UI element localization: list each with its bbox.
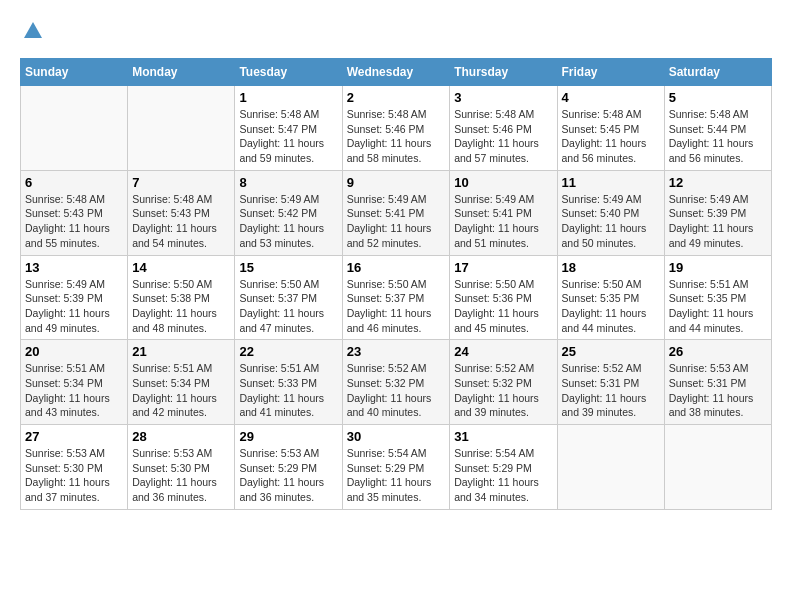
calendar-cell: 28Sunrise: 5:53 AMSunset: 5:30 PMDayligh… — [128, 425, 235, 510]
day-number: 13 — [25, 260, 123, 275]
day-number: 24 — [454, 344, 552, 359]
day-detail: Sunrise: 5:53 AMSunset: 5:29 PMDaylight:… — [239, 446, 337, 505]
day-number: 23 — [347, 344, 446, 359]
weekday-header-saturday: Saturday — [664, 59, 771, 86]
weekday-header-monday: Monday — [128, 59, 235, 86]
day-number: 17 — [454, 260, 552, 275]
day-detail: Sunrise: 5:53 AMSunset: 5:30 PMDaylight:… — [132, 446, 230, 505]
calendar-cell: 14Sunrise: 5:50 AMSunset: 5:38 PMDayligh… — [128, 255, 235, 340]
day-number: 10 — [454, 175, 552, 190]
day-number: 27 — [25, 429, 123, 444]
calendar-week-4: 20Sunrise: 5:51 AMSunset: 5:34 PMDayligh… — [21, 340, 772, 425]
calendar-cell: 2Sunrise: 5:48 AMSunset: 5:46 PMDaylight… — [342, 86, 450, 171]
day-detail: Sunrise: 5:50 AMSunset: 5:37 PMDaylight:… — [239, 277, 337, 336]
day-number: 1 — [239, 90, 337, 105]
day-detail: Sunrise: 5:48 AMSunset: 5:45 PMDaylight:… — [562, 107, 660, 166]
calendar-cell: 23Sunrise: 5:52 AMSunset: 5:32 PMDayligh… — [342, 340, 450, 425]
day-number: 7 — [132, 175, 230, 190]
day-detail: Sunrise: 5:50 AMSunset: 5:35 PMDaylight:… — [562, 277, 660, 336]
day-number: 26 — [669, 344, 767, 359]
weekday-header-wednesday: Wednesday — [342, 59, 450, 86]
calendar-cell: 10Sunrise: 5:49 AMSunset: 5:41 PMDayligh… — [450, 170, 557, 255]
day-detail: Sunrise: 5:49 AMSunset: 5:39 PMDaylight:… — [25, 277, 123, 336]
calendar-cell: 25Sunrise: 5:52 AMSunset: 5:31 PMDayligh… — [557, 340, 664, 425]
day-detail: Sunrise: 5:50 AMSunset: 5:38 PMDaylight:… — [132, 277, 230, 336]
weekday-header-friday: Friday — [557, 59, 664, 86]
day-detail: Sunrise: 5:52 AMSunset: 5:32 PMDaylight:… — [454, 361, 552, 420]
calendar-cell — [664, 425, 771, 510]
weekday-header-tuesday: Tuesday — [235, 59, 342, 86]
calendar-cell: 13Sunrise: 5:49 AMSunset: 5:39 PMDayligh… — [21, 255, 128, 340]
day-detail: Sunrise: 5:52 AMSunset: 5:31 PMDaylight:… — [562, 361, 660, 420]
day-number: 31 — [454, 429, 552, 444]
day-detail: Sunrise: 5:51 AMSunset: 5:33 PMDaylight:… — [239, 361, 337, 420]
day-number: 5 — [669, 90, 767, 105]
day-detail: Sunrise: 5:48 AMSunset: 5:44 PMDaylight:… — [669, 107, 767, 166]
calendar-cell — [557, 425, 664, 510]
day-number: 15 — [239, 260, 337, 275]
logo-icon — [22, 20, 44, 42]
calendar-cell: 17Sunrise: 5:50 AMSunset: 5:36 PMDayligh… — [450, 255, 557, 340]
calendar-cell: 9Sunrise: 5:49 AMSunset: 5:41 PMDaylight… — [342, 170, 450, 255]
calendar-cell: 1Sunrise: 5:48 AMSunset: 5:47 PMDaylight… — [235, 86, 342, 171]
calendar-cell: 22Sunrise: 5:51 AMSunset: 5:33 PMDayligh… — [235, 340, 342, 425]
weekday-header-row: SundayMondayTuesdayWednesdayThursdayFrid… — [21, 59, 772, 86]
day-number: 9 — [347, 175, 446, 190]
day-detail: Sunrise: 5:53 AMSunset: 5:31 PMDaylight:… — [669, 361, 767, 420]
calendar-week-2: 6Sunrise: 5:48 AMSunset: 5:43 PMDaylight… — [21, 170, 772, 255]
day-number: 16 — [347, 260, 446, 275]
day-detail: Sunrise: 5:54 AMSunset: 5:29 PMDaylight:… — [347, 446, 446, 505]
calendar-table: SundayMondayTuesdayWednesdayThursdayFrid… — [20, 58, 772, 510]
day-number: 28 — [132, 429, 230, 444]
day-number: 20 — [25, 344, 123, 359]
page-header — [20, 20, 772, 42]
day-detail: Sunrise: 5:54 AMSunset: 5:29 PMDaylight:… — [454, 446, 552, 505]
day-detail: Sunrise: 5:49 AMSunset: 5:40 PMDaylight:… — [562, 192, 660, 251]
day-number: 4 — [562, 90, 660, 105]
calendar-cell: 31Sunrise: 5:54 AMSunset: 5:29 PMDayligh… — [450, 425, 557, 510]
day-detail: Sunrise: 5:49 AMSunset: 5:42 PMDaylight:… — [239, 192, 337, 251]
day-detail: Sunrise: 5:51 AMSunset: 5:35 PMDaylight:… — [669, 277, 767, 336]
calendar-cell: 26Sunrise: 5:53 AMSunset: 5:31 PMDayligh… — [664, 340, 771, 425]
calendar-cell: 18Sunrise: 5:50 AMSunset: 5:35 PMDayligh… — [557, 255, 664, 340]
day-number: 12 — [669, 175, 767, 190]
calendar-cell: 27Sunrise: 5:53 AMSunset: 5:30 PMDayligh… — [21, 425, 128, 510]
calendar-cell — [21, 86, 128, 171]
svg-marker-0 — [24, 22, 42, 38]
day-number: 29 — [239, 429, 337, 444]
day-number: 19 — [669, 260, 767, 275]
calendar-cell: 21Sunrise: 5:51 AMSunset: 5:34 PMDayligh… — [128, 340, 235, 425]
calendar-cell — [128, 86, 235, 171]
calendar-cell: 5Sunrise: 5:48 AMSunset: 5:44 PMDaylight… — [664, 86, 771, 171]
day-number: 21 — [132, 344, 230, 359]
day-number: 25 — [562, 344, 660, 359]
calendar-week-1: 1Sunrise: 5:48 AMSunset: 5:47 PMDaylight… — [21, 86, 772, 171]
day-number: 22 — [239, 344, 337, 359]
calendar-cell: 30Sunrise: 5:54 AMSunset: 5:29 PMDayligh… — [342, 425, 450, 510]
day-detail: Sunrise: 5:49 AMSunset: 5:39 PMDaylight:… — [669, 192, 767, 251]
day-detail: Sunrise: 5:49 AMSunset: 5:41 PMDaylight:… — [347, 192, 446, 251]
day-detail: Sunrise: 5:48 AMSunset: 5:46 PMDaylight:… — [347, 107, 446, 166]
day-number: 2 — [347, 90, 446, 105]
calendar-cell: 16Sunrise: 5:50 AMSunset: 5:37 PMDayligh… — [342, 255, 450, 340]
calendar-cell: 11Sunrise: 5:49 AMSunset: 5:40 PMDayligh… — [557, 170, 664, 255]
calendar-cell: 24Sunrise: 5:52 AMSunset: 5:32 PMDayligh… — [450, 340, 557, 425]
day-number: 11 — [562, 175, 660, 190]
day-number: 18 — [562, 260, 660, 275]
calendar-cell: 19Sunrise: 5:51 AMSunset: 5:35 PMDayligh… — [664, 255, 771, 340]
logo — [20, 20, 44, 42]
day-number: 30 — [347, 429, 446, 444]
day-detail: Sunrise: 5:51 AMSunset: 5:34 PMDaylight:… — [132, 361, 230, 420]
day-detail: Sunrise: 5:53 AMSunset: 5:30 PMDaylight:… — [25, 446, 123, 505]
calendar-week-5: 27Sunrise: 5:53 AMSunset: 5:30 PMDayligh… — [21, 425, 772, 510]
calendar-cell: 8Sunrise: 5:49 AMSunset: 5:42 PMDaylight… — [235, 170, 342, 255]
day-detail: Sunrise: 5:52 AMSunset: 5:32 PMDaylight:… — [347, 361, 446, 420]
day-detail: Sunrise: 5:48 AMSunset: 5:47 PMDaylight:… — [239, 107, 337, 166]
day-number: 14 — [132, 260, 230, 275]
calendar-cell: 29Sunrise: 5:53 AMSunset: 5:29 PMDayligh… — [235, 425, 342, 510]
day-detail: Sunrise: 5:50 AMSunset: 5:36 PMDaylight:… — [454, 277, 552, 336]
weekday-header-thursday: Thursday — [450, 59, 557, 86]
calendar-cell: 12Sunrise: 5:49 AMSunset: 5:39 PMDayligh… — [664, 170, 771, 255]
calendar-cell: 7Sunrise: 5:48 AMSunset: 5:43 PMDaylight… — [128, 170, 235, 255]
calendar-cell: 6Sunrise: 5:48 AMSunset: 5:43 PMDaylight… — [21, 170, 128, 255]
